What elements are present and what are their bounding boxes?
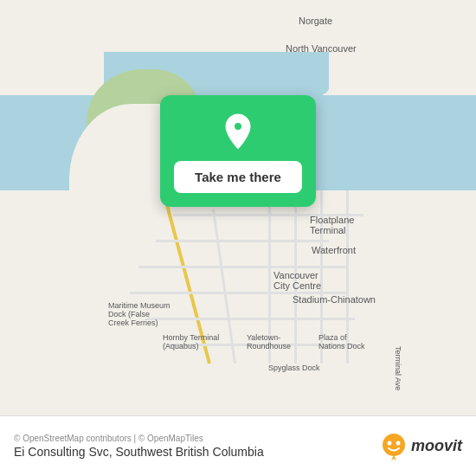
road-h4 bbox=[130, 292, 346, 294]
svg-point-2 bbox=[383, 434, 405, 456]
road-h1 bbox=[156, 240, 329, 242]
road-h3 bbox=[138, 266, 346, 268]
location-name: Ei Consulting Svc, Southwest British Col… bbox=[14, 445, 264, 459]
moovit-logo: moovit bbox=[380, 433, 462, 460]
svg-point-3 bbox=[387, 441, 391, 445]
road-v4 bbox=[346, 190, 349, 363]
attribution-text: © OpenStreetMap contributors | © OpenMap… bbox=[14, 434, 264, 443]
road-h6 bbox=[164, 344, 355, 346]
land-main bbox=[0, 190, 476, 415]
map-container: Norgate North Vancouver FloatplaneTermin… bbox=[0, 0, 476, 415]
svg-point-1 bbox=[234, 122, 242, 131]
road-v1 bbox=[268, 190, 271, 363]
location-pin-icon bbox=[219, 113, 257, 151]
take-me-there-button[interactable]: Take me there bbox=[174, 161, 302, 193]
road-v3 bbox=[320, 190, 323, 363]
svg-point-4 bbox=[396, 441, 400, 445]
cta-card: Take me there bbox=[160, 95, 316, 207]
moovit-brand-icon bbox=[380, 433, 408, 460]
road-h5 bbox=[147, 318, 355, 320]
moovit-brand-text: moovit bbox=[411, 437, 462, 455]
road-v2 bbox=[294, 190, 297, 363]
bottom-info: © OpenStreetMap contributors | © OpenMap… bbox=[14, 434, 264, 459]
bottom-bar: © OpenStreetMap contributors | © OpenMap… bbox=[0, 415, 476, 476]
